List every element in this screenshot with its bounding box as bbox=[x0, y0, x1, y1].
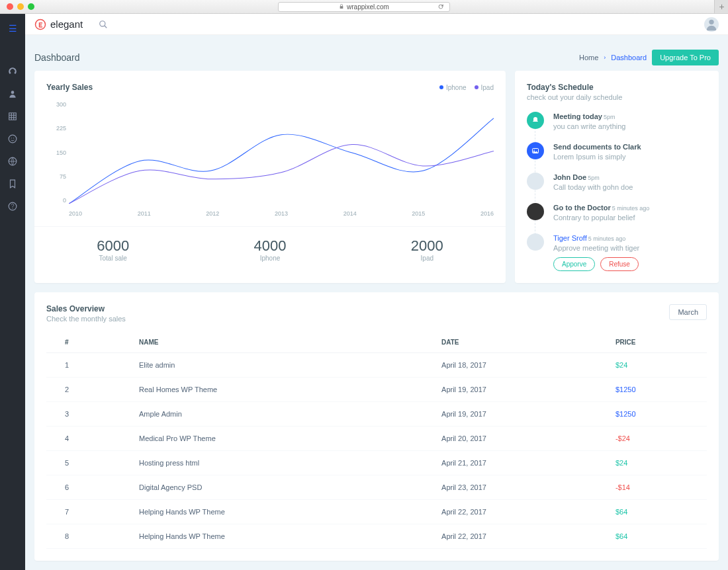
feed-item: Go to the Doctor5 minutes agoContrary to… bbox=[527, 203, 707, 222]
feed-time: 5 minutes ago bbox=[612, 205, 650, 212]
table-row: 6Digital Agency PSDApril 23, 2017-$14 bbox=[46, 475, 707, 500]
table-row: 1Elite adminApril 18, 2017$24 bbox=[46, 353, 707, 378]
chevron-right-icon: › bbox=[604, 54, 606, 61]
brand-text: elegant bbox=[50, 19, 83, 30]
bookmark-icon[interactable] bbox=[8, 179, 17, 188]
avatar bbox=[527, 173, 544, 190]
svg-point-0 bbox=[11, 91, 15, 94]
col-index: # bbox=[46, 332, 134, 353]
crumb-home[interactable]: Home bbox=[579, 54, 598, 61]
table-row: 5Hosting press htmlApril 21, 2017$24 bbox=[46, 451, 707, 475]
feed-title: Send documents to Clark bbox=[553, 143, 641, 151]
legend-dot-iphone bbox=[439, 85, 443, 89]
sales-stats: 6000Total sale4000Iphone2000Ipad bbox=[34, 226, 506, 272]
feed-item: John Doe5pmCall today with gohn doe bbox=[527, 173, 707, 191]
dashboard-icon[interactable] bbox=[8, 67, 17, 76]
user-avatar[interactable] bbox=[704, 17, 719, 32]
feed-desc: Approve meeting with tiger bbox=[553, 244, 707, 252]
table-row: 7Helping Hands WP ThemeApril 22, 2017$64 bbox=[46, 500, 707, 524]
avatar bbox=[527, 203, 544, 220]
lock-icon bbox=[339, 4, 344, 9]
schedule-title: Today's Schedule bbox=[527, 83, 707, 92]
feed-desc: Call today with gohn doe bbox=[553, 183, 707, 191]
schedule-subtitle: check out your daily schedule bbox=[527, 93, 707, 101]
brand-icon bbox=[34, 19, 46, 30]
col-price: PRICE bbox=[610, 332, 707, 353]
svg-point-2 bbox=[11, 138, 12, 138]
brand[interactable]: elegant bbox=[34, 19, 108, 30]
url-bar[interactable]: wrappixel.com bbox=[278, 2, 450, 12]
window-controls[interactable] bbox=[7, 3, 34, 10]
feed-time: 5pm bbox=[588, 175, 600, 181]
table-icon[interactable] bbox=[8, 112, 17, 121]
svg-point-10 bbox=[533, 149, 535, 151]
table-row: 3Ample AdminApril 19, 2017$1250 bbox=[46, 402, 707, 427]
feed-time: 5 minutes ago bbox=[588, 235, 626, 242]
overview-subtitle: Check the monthly sales bbox=[46, 315, 126, 323]
table-row: 2Real Homes WP ThemeApril 19, 2017$1250 bbox=[46, 378, 707, 402]
breadcrumb: Home › Dashboard Upgrade To Pro bbox=[579, 50, 719, 65]
reload-icon[interactable] bbox=[437, 3, 444, 10]
feed-desc: Contrary to popular belief bbox=[553, 214, 707, 222]
feed-desc: Lorem Ipsum is simply bbox=[553, 153, 707, 161]
month-select[interactable]: March bbox=[669, 304, 707, 320]
table-row: 4Medical Pro WP ThemeApril 20, 2017-$24 bbox=[46, 427, 707, 451]
refuse-button[interactable]: Refuse bbox=[600, 257, 639, 271]
schedule-feed: Meeting today5pmyou can write anythingSe… bbox=[527, 112, 707, 271]
table-row: 8Helping Hands WP ThemeApril 22, 2017$64 bbox=[46, 524, 707, 549]
chart-legend: Iphone Ipad bbox=[439, 84, 494, 91]
stat: 6000Total sale bbox=[34, 237, 191, 262]
search-icon[interactable] bbox=[99, 20, 108, 29]
sales-overview-card: Sales Overview Check the monthly sales M… bbox=[34, 292, 719, 561]
yearly-sales-card: Yearly Sales Iphone Ipad 300225150750 20… bbox=[34, 71, 506, 283]
feed-item: Tiger Sroff5 minutes agoApprove meeting … bbox=[527, 233, 707, 271]
feed-item: Send documents to ClarkLorem Ipsum is si… bbox=[527, 142, 707, 161]
stat: 4000Iphone bbox=[191, 237, 348, 262]
browser-chrome: wrappixel.com + bbox=[0, 0, 728, 14]
x-axis: 2010201120122013201420152016 bbox=[69, 210, 494, 217]
topbar: elegant bbox=[25, 14, 728, 35]
avatar bbox=[527, 233, 544, 251]
sidebar: ☰ bbox=[0, 14, 25, 570]
schedule-card: Today's Schedule check out your daily sc… bbox=[515, 71, 719, 283]
help-icon[interactable] bbox=[8, 202, 17, 211]
overview-table: # NAME DATE PRICE 1Elite adminApril 18, … bbox=[46, 332, 707, 549]
y-axis: 300225150750 bbox=[46, 101, 66, 204]
svg-point-1 bbox=[9, 135, 17, 143]
user-icon[interactable] bbox=[8, 89, 17, 99]
upgrade-button[interactable]: Upgrade To Pro bbox=[652, 50, 719, 65]
menu-toggle-icon[interactable]: ☰ bbox=[9, 23, 17, 34]
col-date: DATE bbox=[436, 332, 610, 353]
feed-item: Meeting today5pmyou can write anything bbox=[527, 112, 707, 130]
smile-icon[interactable] bbox=[8, 134, 17, 143]
svg-point-6 bbox=[12, 208, 13, 208]
crumb-current[interactable]: Dashboard bbox=[611, 54, 647, 61]
bell-icon bbox=[527, 112, 544, 129]
col-name: NAME bbox=[134, 332, 436, 353]
stat: 2000Ipad bbox=[349, 237, 506, 262]
sales-chart: 300225150750 201020112012201320142015201… bbox=[46, 101, 494, 217]
url-text: wrappixel.com bbox=[347, 3, 389, 11]
svg-point-8 bbox=[100, 20, 105, 26]
sales-title: Yearly Sales bbox=[46, 83, 93, 92]
legend-label-iphone: Iphone bbox=[446, 84, 467, 91]
globe-icon[interactable] bbox=[8, 157, 17, 166]
overview-title: Sales Overview bbox=[46, 304, 126, 313]
legend-label-ipad: Ipad bbox=[481, 84, 494, 91]
feed-time: 5pm bbox=[604, 114, 615, 120]
page-title: Dashboard bbox=[34, 52, 80, 63]
feed-desc: you can write anything bbox=[553, 122, 707, 130]
feed-title: Meeting today bbox=[553, 112, 602, 120]
svg-point-3 bbox=[13, 138, 14, 138]
feed-title: John Doe bbox=[553, 173, 586, 181]
feed-title: Go to the Doctor bbox=[553, 204, 611, 212]
legend-dot-ipad bbox=[475, 85, 478, 89]
feed-title: Tiger Sroff bbox=[553, 234, 587, 242]
new-tab-button[interactable]: + bbox=[714, 0, 728, 13]
image-icon bbox=[527, 142, 544, 159]
approve-button[interactable]: Apporve bbox=[553, 257, 595, 271]
